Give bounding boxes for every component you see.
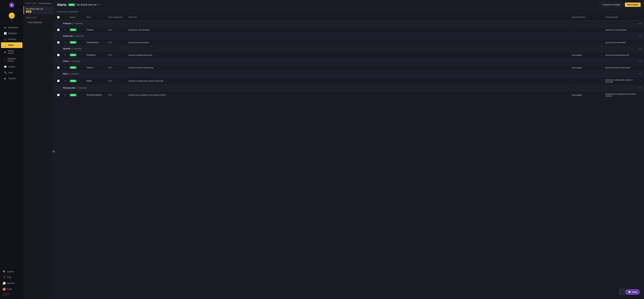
row-alert: Re-Subscriptions	[85, 92, 107, 98]
test-alert-button[interactable]: Alert testen	[625, 3, 641, 7]
main-content: Alerts Aktiv My default alert set ✎ + Va…	[54, 0, 644, 299]
row-checkbox[interactable]	[57, 80, 60, 82]
sidebar-item-tutorials[interactable]: ▶ Tutorials	[1, 76, 22, 81]
alert-set-status-badge: Aktiv	[26, 11, 31, 13]
row-edit-cell[interactable]: ✎	[62, 52, 68, 58]
group-title-subscribe: Subscribe (1 Variante) —	[62, 33, 643, 39]
row-title: {{name}} is now following!	[127, 27, 570, 33]
group-checkbox-cell	[55, 86, 62, 90]
sidebar-bottom: 🔍 Suchen ❓ FAQ Sprache ▶ Profil v54a35af…	[0, 267, 24, 299]
table-row: ✎ Aktiv Cheers Nein {{name}} cheered! x{…	[54, 65, 644, 71]
sidebar-item-tools[interactable]: 🔧 Tools	[1, 70, 22, 76]
sidebar-item-stream-assets[interactable]: ◈ Stream Assets	[1, 48, 22, 56]
sidebar-logo: ▶	[0, 0, 24, 10]
sidebar-profile[interactable]: ▶ Profil	[0, 286, 24, 292]
chat-label: Chat	[632, 291, 637, 293]
row-status: Aktiv	[68, 52, 85, 58]
row-checkbox[interactable]	[57, 29, 60, 31]
header-tts: Text-zu-Sprache	[107, 15, 127, 20]
select-all-checkbox[interactable]	[57, 16, 60, 19]
group-collapse-icon[interactable]: —	[639, 86, 641, 89]
sidebar-language[interactable]: Sprache	[0, 280, 24, 286]
logo-symbol: ▶	[11, 4, 13, 6]
edit-icon: ✎	[64, 41, 66, 44]
row-actions: —	[638, 40, 643, 45]
row-edit-cell[interactable]: ✎	[62, 27, 68, 33]
row-title: {{name}} donated {{amount}}!	[127, 52, 570, 58]
group-name: Follower	[63, 22, 71, 25]
row-chat: {{name}} just resubbed for {{months}} mo…	[604, 91, 638, 99]
version-text: v54a35af	[3, 293, 21, 295]
warning-button[interactable]: ⚠	[619, 288, 626, 295]
table-row: ✎ Aktiv Follows Nein {{name}} is now fol…	[54, 27, 644, 33]
row-title: {{name}} just subscribed!	[127, 40, 570, 45]
table-row: ✎ Aktiv Donations Nein {{name}} donated …	[54, 52, 644, 58]
row-message: —	[570, 27, 604, 33]
sidebar-search[interactable]: 🔍 Suchen	[0, 269, 24, 274]
sidebar-item-alerts[interactable]: 🔔 Alerts	[1, 42, 22, 48]
sidebar-item-label: Overlays	[8, 38, 16, 41]
row-alert: Cheers	[85, 65, 107, 71]
group-variant: (1 Variante)	[74, 35, 84, 37]
group-collapse-icon[interactable]: —	[639, 47, 641, 50]
group-collapse-icon[interactable]: —	[639, 35, 641, 38]
row-message: —	[570, 78, 604, 84]
group-header-cheer: Cheer (1 Variante) —	[54, 58, 644, 65]
row-edit-cell[interactable]: ✎	[62, 92, 68, 98]
row-checkbox-cell	[55, 52, 62, 58]
row-checkbox[interactable]	[57, 54, 60, 56]
sidebar-item-label: Tools	[8, 72, 13, 74]
alert-set-item[interactable]: My default alert set Aktiv	[24, 6, 54, 14]
group-name: Subscribe	[63, 35, 73, 37]
group-collapse-icon[interactable]: —	[639, 22, 641, 25]
page-header-right: + Variante hinzufügen Alert testen	[599, 2, 641, 7]
tools-icon: 🔧	[4, 71, 7, 74]
user-avatar-section: 😊 0	[0, 10, 24, 23]
row-status: Aktiv	[68, 40, 85, 45]
sidebar-faq[interactable]: ❓ FAQ	[0, 274, 24, 280]
sidebar-item-dashboard[interactable]: ⊞ Dashboard	[1, 25, 22, 30]
chat-button[interactable]: 💬 Chat	[625, 289, 640, 295]
row-checkbox[interactable]	[57, 67, 60, 69]
table-row: ✎ Aktiv Re-Subscriptions Nein {{name}} j…	[54, 91, 644, 99]
sidebar-item-overlays[interactable]: ◫ Overlays	[1, 37, 22, 42]
language-label: Sprache	[7, 282, 14, 284]
sidebar-item-label: Dashboard	[8, 26, 18, 29]
edit-set-icon[interactable]: ✎	[98, 3, 100, 6]
table-header: Status Alert Text-zu-Sprache Alert Titel…	[54, 15, 644, 20]
row-alert: Raids	[85, 78, 107, 84]
overview-item-library[interactable]: Alerts Bibliothek	[26, 20, 52, 25]
group-variant: (1 Variante)	[72, 22, 83, 25]
add-set-button[interactable]: + Set hinzufügen	[38, 2, 52, 4]
group-variant: (1 Variante)	[68, 73, 79, 75]
sidebar-version: v54a35af ID: 172	[0, 292, 24, 297]
collapse-panel-button[interactable]: ◀	[52, 150, 56, 153]
stream-assets-icon: ◈	[4, 51, 6, 53]
row-chat: {{name}} donated {{amount}}!	[604, 52, 638, 58]
row-checkbox[interactable]	[57, 94, 60, 96]
sidebar-item-epidemic-sound[interactable]: ♪ Epidemic Sound	[1, 56, 22, 64]
row-checkbox-cell	[55, 78, 62, 84]
row-edit-cell[interactable]: ✎	[62, 40, 68, 45]
row-title: {{name}} just resubbed for {{months}} mo…	[127, 92, 570, 98]
status-badge: Aktiv	[70, 41, 76, 44]
group-collapse-icon[interactable]: —	[639, 72, 641, 75]
row-actions: —	[638, 52, 643, 58]
profile-label: Profil	[7, 288, 12, 290]
edit-icon: ✎	[64, 67, 66, 69]
row-actions: —	[638, 27, 643, 33]
group-checkbox-cell	[55, 60, 62, 63]
row-status: Aktiv	[68, 65, 85, 71]
sidebar-item-chatbot[interactable]: 💬 Chatbot	[1, 64, 22, 70]
sidebar-item-statistiken[interactable]: 📊 Statistiken	[1, 31, 22, 36]
row-edit-cell[interactable]: ✎	[62, 65, 68, 71]
page-title: Alerts	[57, 3, 66, 7]
row-checkbox[interactable]	[57, 41, 60, 44]
language-flag-icon	[3, 282, 6, 285]
add-variant-button[interactable]: + Variante hinzufügen	[599, 2, 623, 7]
group-collapse-icon[interactable]: —	[639, 60, 641, 63]
group-checkbox-cell	[55, 22, 62, 25]
group-name: Raid	[63, 73, 68, 75]
row-edit-cell[interactable]: ✎	[62, 78, 68, 84]
group-title-spende: Spende (1 Variante) —	[62, 46, 643, 52]
